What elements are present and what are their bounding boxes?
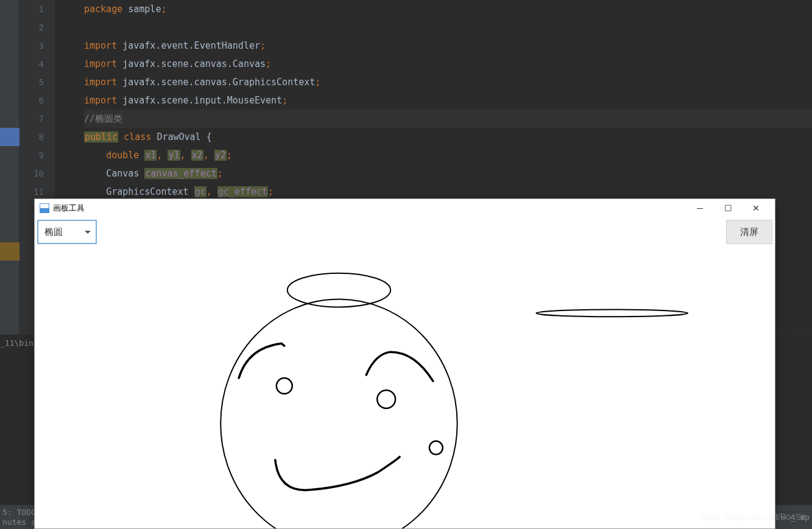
structure-mark-warn <box>0 242 19 261</box>
line-number: 6 <box>19 91 44 110</box>
code-line-current: //椭圆类 <box>84 110 812 128</box>
line-number: 5 <box>19 73 44 91</box>
line-number: 10 <box>19 164 44 183</box>
code-line: import javafx.scene.canvas.Canvas; <box>84 55 812 73</box>
svg-point-3 <box>277 378 292 394</box>
window-title: 画板工具 <box>53 203 686 214</box>
line-number: 4 <box>19 55 44 73</box>
code-line <box>84 18 812 37</box>
window-titlebar[interactable]: 画板工具 ─ ☐ ✕ <box>35 199 775 217</box>
code-line: Canvas canvas_effect; <box>84 164 812 183</box>
line-number: 8 <box>19 128 44 146</box>
code-line: double x1, y1, x2, y2; <box>84 146 812 164</box>
svg-point-2 <box>536 309 688 317</box>
code-line: import javafx.event.EventHandler; <box>84 37 812 55</box>
close-button[interactable]: ✕ <box>742 199 770 217</box>
line-number: 3 <box>19 37 44 55</box>
svg-point-4 <box>377 390 395 408</box>
drawing-tool-window: 画板工具 ─ ☐ ✕ 椭圆 清屏 <box>34 198 775 529</box>
status-todo[interactable]: 5: TODO <box>2 508 36 517</box>
drawing-canvas-area[interactable]: 椭圆 清屏 <box>35 217 775 528</box>
code-line: import javafx.scene.input.MouseEvent; <box>84 91 812 110</box>
drawing-canvas[interactable] <box>35 217 775 528</box>
code-line: public class DrawOval { <box>84 128 812 146</box>
line-number: 2 <box>19 18 44 37</box>
structure-mark <box>0 128 19 146</box>
line-number: 9 <box>19 146 44 164</box>
code-line: import javafx.scene.canvas.GraphicsConte… <box>84 73 812 91</box>
window-icon <box>40 203 49 213</box>
svg-point-5 <box>429 441 443 455</box>
minimize-button[interactable]: ─ <box>686 199 714 217</box>
watermark-text: https://blog.csdn.net/Bo_Sir <box>702 512 806 522</box>
line-number: 1 <box>19 0 44 18</box>
status-text: nutes a <box>2 517 36 527</box>
svg-point-0 <box>288 273 390 307</box>
code-line: package sample; <box>84 0 812 18</box>
maximize-button[interactable]: ☐ <box>714 199 742 217</box>
svg-point-1 <box>221 299 457 528</box>
line-number: 7 <box>19 110 44 128</box>
